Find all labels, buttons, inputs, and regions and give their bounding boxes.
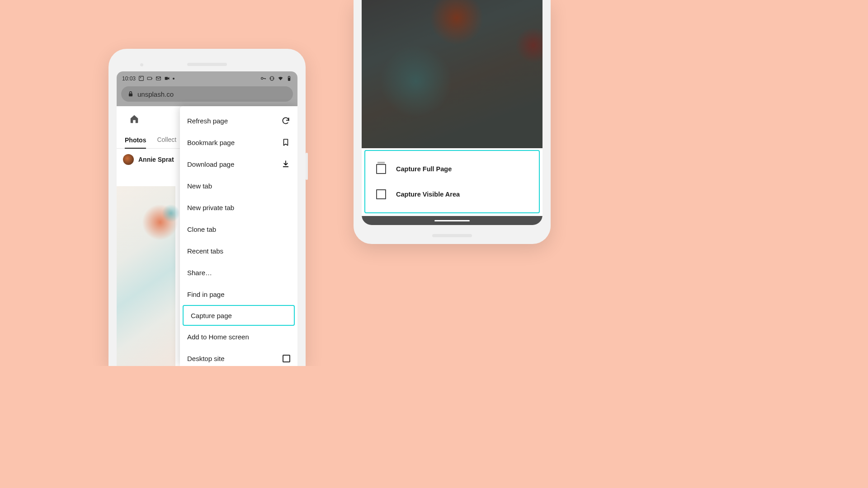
menu-add-home-label: Add to Home screen xyxy=(187,333,290,341)
photo-preview xyxy=(117,186,175,366)
side-button xyxy=(306,153,308,180)
menu-clone-tab[interactable]: Clone tab xyxy=(180,218,297,240)
capture-full-page[interactable]: Capture Full Page xyxy=(365,156,539,182)
overflow-menu: Refresh page Bookmark page Download page… xyxy=(180,106,297,366)
menu-download-label: Download page xyxy=(187,160,276,168)
desktop-site-checkbox[interactable] xyxy=(283,355,290,362)
svg-rect-5 xyxy=(165,77,168,80)
svg-point-6 xyxy=(261,77,263,79)
phone1-screen: 10:03 unsplash.co xyxy=(117,71,297,366)
capture-visible-area[interactable]: Capture Visible Area xyxy=(365,182,539,207)
status-time: 10:03 xyxy=(122,75,136,82)
menu-desktop-site[interactable]: Desktop site xyxy=(180,347,297,366)
menu-new-tab[interactable]: New tab xyxy=(180,175,297,197)
svg-point-1 xyxy=(140,77,141,78)
menu-desktop-label: Desktop site xyxy=(187,355,277,362)
download-icon xyxy=(281,160,290,169)
capture-visible-label: Capture Visible Area xyxy=(396,191,460,198)
avatar xyxy=(123,154,134,165)
svg-rect-11 xyxy=(129,94,132,96)
svg-rect-9 xyxy=(288,76,289,76)
front-camera-dot xyxy=(140,63,143,66)
battery-icon xyxy=(147,75,153,81)
menu-new-private-tab[interactable]: New private tab xyxy=(180,197,297,218)
nav-pill[interactable] xyxy=(434,220,470,221)
battery-status-icon xyxy=(286,75,292,81)
picture-icon xyxy=(138,75,144,81)
menu-recent-tabs[interactable]: Recent tabs xyxy=(180,240,297,262)
tab-collections[interactable]: Collect xyxy=(157,136,176,148)
status-dot xyxy=(173,78,175,80)
lock-icon xyxy=(127,91,134,97)
phone-mockup-left: 10:03 unsplash.co xyxy=(108,49,306,366)
address-bar: unsplash.co xyxy=(117,85,297,106)
menu-bookmark-label: Bookmark page xyxy=(187,139,276,146)
menu-refresh[interactable]: Refresh page xyxy=(180,110,297,131)
video-icon xyxy=(164,75,170,81)
svg-rect-0 xyxy=(139,76,144,81)
menu-bookmark[interactable]: Bookmark page xyxy=(180,131,297,153)
refresh-icon xyxy=(281,116,290,125)
menu-share[interactable]: Share… xyxy=(180,262,297,283)
menu-find-in-page[interactable]: Find in page xyxy=(180,283,297,305)
menu-add-home[interactable]: Add to Home screen xyxy=(180,326,297,347)
menu-find-label: Find in page xyxy=(187,291,290,298)
capture-bottom-sheet: Capture Full Page Capture Visible Area xyxy=(364,150,540,213)
svg-rect-10 xyxy=(288,78,290,80)
android-nav-bar xyxy=(362,216,542,225)
phone-speaker-bottom xyxy=(432,234,472,237)
menu-refresh-label: Refresh page xyxy=(187,117,276,125)
full-page-icon xyxy=(376,164,386,174)
phone2-screen: Capture Full Page Capture Visible Area xyxy=(362,0,542,225)
vpn-key-icon xyxy=(260,75,266,81)
mail-icon xyxy=(156,75,161,81)
svg-rect-7 xyxy=(271,76,273,80)
menu-clone-tab-label: Clone tab xyxy=(187,225,290,233)
author-name: Annie Sprat xyxy=(138,156,174,163)
visible-area-icon xyxy=(376,189,386,199)
phone-speaker xyxy=(187,63,227,66)
menu-capture-label: Capture page xyxy=(191,312,287,319)
menu-share-label: Share… xyxy=(187,269,290,277)
menu-new-private-tab-label: New private tab xyxy=(187,204,290,211)
status-bar: 10:03 xyxy=(117,71,297,85)
menu-download[interactable]: Download page xyxy=(180,153,297,175)
capture-full-label: Capture Full Page xyxy=(396,165,452,173)
bookmark-icon xyxy=(281,138,290,147)
url-text: unsplash.co xyxy=(137,90,174,98)
svg-rect-2 xyxy=(147,77,151,80)
vibrate-icon xyxy=(269,75,275,81)
home-icon[interactable] xyxy=(129,114,139,124)
phone-mockup-right: Capture Full Page Capture Visible Area xyxy=(354,0,551,244)
menu-new-tab-label: New tab xyxy=(187,182,290,190)
wifi-icon xyxy=(278,75,283,81)
svg-rect-3 xyxy=(152,78,152,79)
menu-capture-page[interactable]: Capture page xyxy=(183,305,295,326)
url-field[interactable]: unsplash.co xyxy=(121,86,293,102)
tab-photos[interactable]: Photos xyxy=(125,136,146,149)
menu-recent-tabs-label: Recent tabs xyxy=(187,247,290,255)
dimmed-page-preview xyxy=(362,0,542,148)
